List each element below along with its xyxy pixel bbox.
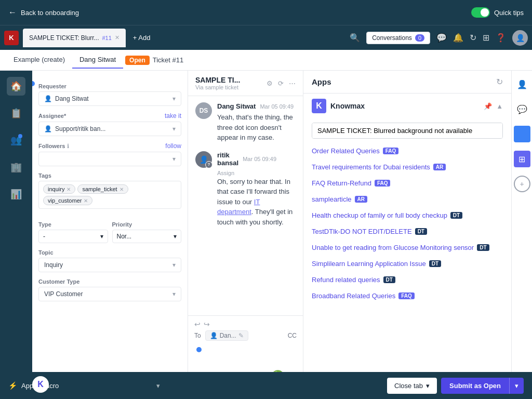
- remove-inquiry-tag[interactable]: ✕: [66, 187, 71, 192]
- result-3[interactable]: samplearticle AR: [303, 191, 511, 207]
- conversations-button[interactable]: Conversations 0: [366, 32, 430, 44]
- message-1-author: Dang Sitwat: [217, 102, 256, 110]
- navbar: K SAMPLE TICKET: Blurr... #11 ✕ + Add 🔍 …: [0, 25, 532, 50]
- priority-value: Nor...: [117, 233, 132, 240]
- result-7[interactable]: Simplilearn Learning Application Issue D…: [303, 256, 511, 272]
- close-tab-label: Close tab: [394, 382, 423, 390]
- knowmax-title: Knowmax: [330, 102, 365, 110]
- remove-sample-ticket-tag[interactable]: ✕: [119, 187, 124, 192]
- open-status-badge: Open: [125, 56, 150, 65]
- chat-icon[interactable]: 💬: [436, 33, 447, 43]
- right-dot-icon[interactable]: [514, 126, 530, 142]
- filter-icon[interactable]: ⚙: [267, 79, 273, 87]
- result-1-tag: AR: [433, 164, 446, 170]
- submit-dropdown-button[interactable]: ▾: [509, 378, 524, 394]
- message-1: DS Dang Sitwat Mar 05 09:49 Yeah, that's…: [195, 102, 296, 143]
- reply-dot: [196, 347, 202, 352]
- grid-icon[interactable]: ⊞: [483, 33, 489, 43]
- right-apps-icon[interactable]: ⊞: [514, 151, 530, 167]
- submit-label: Submit as: [449, 382, 482, 390]
- requester-value: Dang Sitwat: [55, 95, 89, 102]
- subtab-dang[interactable]: Dang Sitwat: [72, 51, 123, 69]
- conversations-badge: 0: [415, 34, 424, 42]
- subtab-example[interactable]: Example (create): [6, 51, 72, 69]
- result-2[interactable]: FAQ Return-Refund FAQ: [303, 175, 511, 191]
- sidebar-home-icon[interactable]: 🏠: [7, 77, 25, 96]
- result-5[interactable]: TestDTlk-DO NOT EDIT/DELETE DT: [303, 223, 511, 240]
- take-it-link[interactable]: take it: [165, 112, 181, 119]
- type-select[interactable]: - ▾: [38, 230, 108, 243]
- sidebar-reports-icon[interactable]: 🏢: [7, 158, 25, 177]
- bell-icon[interactable]: 🔔: [453, 33, 463, 43]
- follow-link[interactable]: follow: [165, 142, 181, 150]
- collapse-icon[interactable]: ▲: [496, 102, 503, 110]
- add-tab-button[interactable]: + Add: [128, 31, 156, 45]
- type-priority-row: Type - ▾ Priority Nor... ▾: [38, 215, 181, 243]
- topic-select[interactable]: Inquiry ▾: [38, 258, 181, 272]
- reply-to-edit-icon[interactable]: ✎: [238, 332, 244, 339]
- right-chat-icon[interactable]: 💬: [514, 101, 530, 117]
- result-4[interactable]: Health checkup of family or full body ch…: [303, 207, 511, 223]
- result-6[interactable]: Unable to get reading from Glucose Monit…: [303, 240, 511, 256]
- knowmax-search-box: [312, 123, 503, 139]
- remove-vip-customer-tag[interactable]: ✕: [84, 198, 88, 204]
- close-tab-button[interactable]: Close tab ▾: [387, 378, 437, 394]
- message-1-text: Yeah, that's the thing, the three dot ic…: [217, 112, 296, 143]
- topbar: ← Back to onboarding Quick tips: [0, 0, 532, 25]
- it-department-link[interactable]: IT department: [217, 198, 260, 216]
- conv-title: SAMPLE TI...: [195, 76, 240, 84]
- right-person-icon[interactable]: 👤: [514, 76, 530, 92]
- more-icon[interactable]: ⋯: [289, 79, 296, 87]
- refresh-icon[interactable]: ↻: [470, 33, 476, 43]
- reply-to-contact-icon: 👤: [210, 332, 218, 339]
- customer-type-label: Customer Type: [38, 278, 181, 285]
- knowmax-search-input[interactable]: [312, 123, 502, 138]
- cc-button[interactable]: CC: [288, 332, 297, 339]
- message-1-avatar: DS: [195, 102, 212, 119]
- sidebar-tickets-icon[interactable]: 📋: [7, 104, 25, 123]
- apps-refresh-icon[interactable]: ↻: [496, 77, 503, 87]
- tab-close-icon[interactable]: ✕: [115, 34, 119, 41]
- customer-type-select[interactable]: VIP Customer ▾: [38, 287, 181, 301]
- sidebar-contacts-icon[interactable]: 👥: [7, 131, 25, 150]
- back-to-onboarding-link[interactable]: Back to onboarding: [21, 9, 79, 17]
- requester-icon: 👤: [44, 95, 52, 102]
- result-8[interactable]: Refund related queries DT: [303, 272, 511, 288]
- apply-macro-expand-icon[interactable]: ▾: [156, 382, 160, 390]
- active-tab[interactable]: SAMPLE TICKET: Blurr... #11 ✕: [23, 29, 126, 47]
- help-icon[interactable]: ❓: [496, 33, 506, 43]
- assignee-label: Assignee*: [38, 113, 66, 119]
- pin-icon[interactable]: 📌: [484, 102, 492, 110]
- quick-tips-toggle[interactable]: [471, 7, 490, 18]
- apps-panel: Apps ↻ K Knowmax 📌 ▲ Order Related Queri…: [303, 71, 511, 399]
- message-1-content: Dang Sitwat Mar 05 09:49 Yeah, that's th…: [217, 102, 296, 143]
- knowmax-brand: K Knowmax: [312, 99, 365, 113]
- message-1-header: Dang Sitwat Mar 05 09:49: [217, 102, 296, 110]
- result-3-text: samplearticle: [312, 195, 352, 203]
- reply-back-icon[interactable]: ↩: [194, 320, 201, 328]
- user-avatar[interactable]: 👤: [512, 30, 528, 46]
- priority-select[interactable]: Nor... ▾: [112, 230, 182, 243]
- result-0[interactable]: Order Related Queries FAQ: [303, 143, 511, 159]
- assign-link[interactable]: Assign: [217, 170, 234, 176]
- requester-select[interactable]: 👤 Dang Sitwat ▾: [38, 91, 181, 106]
- priority-chevron-icon: ▾: [174, 233, 177, 240]
- result-9[interactable]: Broadband Related Queries FAQ: [303, 288, 511, 304]
- followers-select[interactable]: ▾: [38, 152, 181, 166]
- assignee-select[interactable]: 👤 Support/ritik ban... ▾: [38, 122, 181, 136]
- submit-button[interactable]: Submit as Open: [441, 378, 509, 394]
- knowmax-icons: 📌 ▲: [484, 102, 503, 110]
- sidebar-analytics-icon[interactable]: 📊: [7, 185, 25, 204]
- submit-button-group: Submit as Open ▾: [441, 378, 524, 394]
- reply-forward-icon[interactable]: ↪: [204, 320, 210, 328]
- submit-status: Open: [484, 382, 501, 390]
- search-icon[interactable]: 🔍: [350, 33, 360, 43]
- message-2-content: ritikbansal Mar 05 09:49 Assign Oh, sorr…: [217, 151, 296, 228]
- k-logo-badge: K: [32, 376, 49, 393]
- tags-label: Tags: [38, 172, 181, 179]
- history-icon[interactable]: ⟳: [278, 79, 284, 87]
- tag-inquiry: inquiry ✕: [43, 184, 75, 194]
- reply-input-area[interactable]: [194, 343, 297, 368]
- right-add-icon[interactable]: +: [514, 176, 530, 192]
- result-1[interactable]: Travel requirements for Dubai residents …: [303, 159, 511, 175]
